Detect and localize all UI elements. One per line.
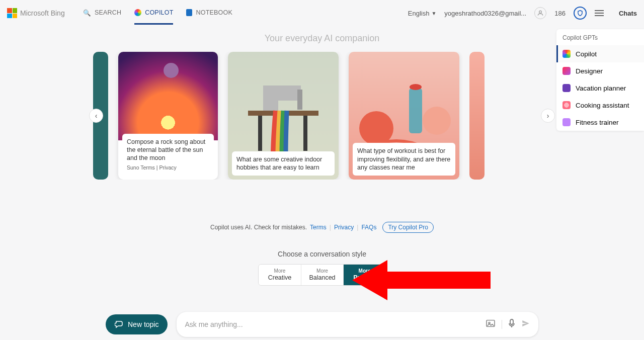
person-icon [537, 10, 544, 17]
donut-icon [562, 101, 571, 109]
suitcase-icon [562, 84, 571, 92]
style-precise[interactable]: MorePrecise [343, 265, 385, 285]
svg-rect-2 [258, 116, 262, 151]
separator [502, 320, 502, 329]
notebook-icon [186, 9, 192, 16]
nav-copilot[interactable]: COPILOT [134, 9, 173, 25]
tagline: Your everyday AI companion [265, 33, 379, 44]
top-nav: 🔍 SEARCH COPILOT NOTEBOOK [83, 2, 232, 25]
suggestion-card-1[interactable]: Compose a rock song about the eternal ba… [118, 52, 218, 180]
nav-copilot-label: COPILOT [145, 9, 173, 16]
bottom-bar: New topic [106, 312, 538, 337]
gpt-label: Designer [576, 67, 603, 75]
new-topic-icon [115, 320, 124, 329]
faqs-link[interactable]: FAQs [361, 224, 376, 231]
copilot-icon [134, 9, 141, 16]
style-balanced[interactable]: MoreBalanced [301, 265, 343, 285]
conversation-style-title: Choose a conversation style [278, 250, 366, 258]
dumbbell-icon [562, 118, 571, 126]
avatar[interactable] [534, 7, 546, 19]
new-topic-label: New topic [128, 320, 158, 328]
svg-point-0 [539, 11, 542, 13]
svg-rect-5 [409, 88, 422, 133]
gpt-item-vacation[interactable]: Vacation planner [556, 79, 644, 97]
gpt-item-copilot[interactable]: Copilot [556, 45, 644, 62]
card-text: Compose a rock song about the eternal ba… [127, 138, 209, 162]
card-caption: What type of workout is best for improvi… [353, 143, 455, 176]
gpt-label: Fitness trainer [576, 119, 619, 126]
gpt-item-designer[interactable]: Designer [556, 62, 644, 79]
gpt-item-cooking[interactable]: Cooking assistant [556, 97, 644, 114]
card-text: What are some creative indoor hobbies th… [236, 155, 330, 172]
svg-rect-4 [297, 90, 302, 110]
rewards-points[interactable]: 186 [554, 10, 566, 17]
menu-icon[interactable] [595, 10, 604, 16]
gpt-label: Copilot [576, 50, 597, 58]
try-copilot-pro-button[interactable]: Try Copilot Pro [382, 222, 434, 233]
nav-search-label: SEARCH [95, 9, 121, 16]
nav-notebook[interactable]: NOTEBOOK [186, 9, 232, 17]
gpt-label: Vacation planner [576, 84, 626, 92]
chats-label[interactable]: Chats [619, 10, 637, 17]
main-area: Your everyday AI companion ‹ › Compose a… [0, 26, 644, 286]
card-links[interactable]: Suno Terms | Privacy [127, 164, 209, 172]
nav-notebook-label: NOTEBOOK [196, 9, 232, 16]
nav-search[interactable]: 🔍 SEARCH [83, 9, 122, 18]
image-input-icon[interactable] [486, 319, 496, 329]
card-text: What type of workout is best for improvi… [357, 147, 451, 172]
conversation-style-selector: MoreCreative MoreBalanced MorePrecise [258, 264, 386, 286]
new-topic-button[interactable]: New topic [106, 314, 168, 334]
rewards-icon[interactable] [574, 7, 587, 20]
language-selector[interactable]: English ▼ [408, 10, 437, 17]
style-creative[interactable]: MoreCreative [259, 265, 301, 285]
svg-point-8 [423, 107, 451, 135]
disclaimer-text: Copilot uses AI. Check for mistakes. [210, 224, 307, 231]
account-email[interactable]: yogeshrathod0326@gmail... [444, 10, 526, 17]
privacy-link[interactable]: Privacy [334, 224, 354, 231]
designer-icon [562, 67, 571, 75]
chevron-down-icon: ▼ [431, 11, 436, 16]
microsoft-logo-icon [7, 8, 17, 18]
suggestion-card-3[interactable]: What type of workout is best for improvi… [349, 52, 459, 180]
copilot-gpts-panel: Copilot GPTs Copilot Designer Vacation p… [556, 29, 644, 131]
brand-label: Microsoft Bing [20, 9, 65, 17]
card-caption: What are some creative indoor hobbies th… [232, 151, 335, 176]
logo-group[interactable]: Microsoft Bing [7, 8, 65, 18]
language-label: English [408, 10, 430, 17]
disclaimer-row: Copilot uses AI. Check for mistakes. Ter… [210, 222, 434, 233]
suggestion-carousel: ‹ › Compose a rock song about the eterna… [93, 52, 551, 180]
terms-link[interactable]: Terms [310, 224, 327, 231]
carousel-next[interactable]: › [541, 109, 555, 123]
microphone-icon[interactable] [508, 319, 515, 330]
top-bar: Microsoft Bing 🔍 SEARCH COPILOT NOTEBOOK… [0, 0, 644, 26]
carousel-peek-right[interactable] [469, 52, 485, 180]
gpt-label: Cooking assistant [576, 102, 629, 109]
gpt-item-fitness[interactable]: Fitness trainer [556, 114, 644, 131]
search-icon: 🔍 [83, 9, 91, 17]
ask-box[interactable] [177, 312, 538, 337]
card-caption: Compose a rock song about the eternal ba… [122, 134, 214, 176]
ask-input[interactable] [185, 320, 486, 328]
svg-point-6 [410, 84, 422, 90]
card-image [118, 52, 218, 140]
suggestion-card-2[interactable]: What are some creative indoor hobbies th… [228, 52, 339, 180]
svg-rect-12 [510, 319, 513, 324]
copilot-icon [562, 50, 571, 58]
svg-rect-3 [303, 116, 307, 151]
carousel-prev[interactable]: ‹ [89, 109, 103, 123]
header-right: English ▼ yogeshrathod0326@gmail... 186 … [408, 7, 637, 20]
send-icon[interactable] [521, 319, 530, 330]
copilot-gpts-title: Copilot GPTs [556, 29, 644, 45]
